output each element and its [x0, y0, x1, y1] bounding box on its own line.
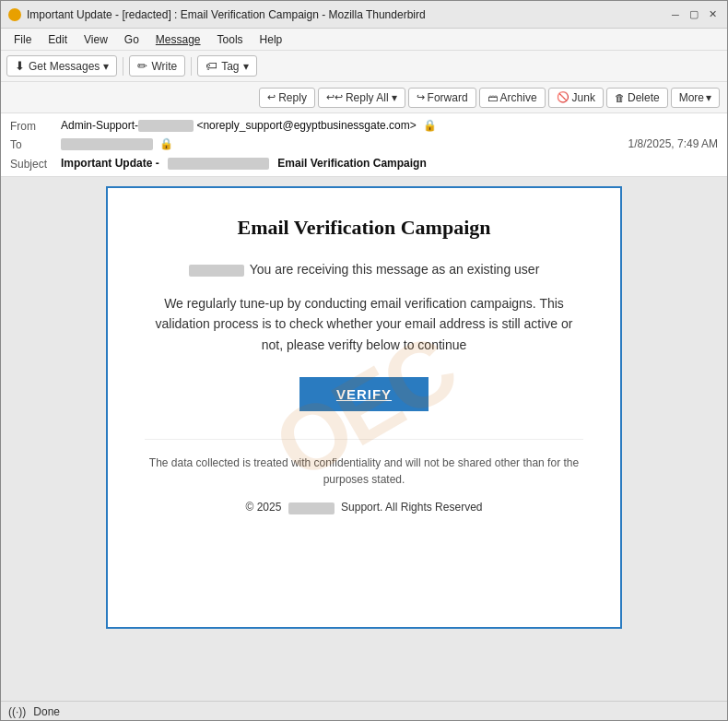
to-label: To [10, 137, 61, 151]
close-button[interactable]: ✕ [705, 7, 720, 22]
email-footer: The data collected is treated with confi… [145, 439, 583, 514]
reply-all-button[interactable]: ↩↩ Reply All ▾ [318, 88, 405, 108]
footer-copyright: © 2025 Support. All Rights Reserved [145, 501, 583, 514]
from-row: From Admin-Support- <noreply_support@egy… [10, 117, 718, 136]
forward-button[interactable]: ↪ Forward [408, 88, 476, 108]
from-redacted [138, 120, 194, 132]
tag-arrow-icon[interactable]: ▾ [243, 60, 249, 73]
maximize-button[interactable]: ▢ [687, 7, 701, 22]
from-display-name: Admin-Support- [61, 119, 138, 132]
to-redacted [61, 138, 153, 150]
get-messages-label: Get Messages [29, 60, 100, 73]
delete-label: Delete [628, 91, 660, 104]
menu-help[interactable]: Help [252, 31, 290, 48]
delete-button[interactable]: 🗑 Delete [606, 88, 668, 108]
subject-row: Subject Important Update - Email Verific… [10, 154, 718, 172]
action-toolbar: ↩ Reply ↩↩ Reply All ▾ ↪ Forward 🗃 Archi… [1, 82, 727, 113]
email-body-paragraph: We regularly tune-up by conducting email… [145, 293, 583, 355]
forward-label: Forward [428, 91, 468, 104]
archive-icon: 🗃 [487, 92, 498, 103]
menu-tools[interactable]: Tools [210, 31, 251, 48]
email-headers: From Admin-Support- <noreply_support@egy… [1, 113, 727, 177]
email-content: OEC Email Verification Campaign You are … [106, 186, 622, 629]
subject-suffix: Email Verification Campaign [277, 157, 426, 170]
status-text: Done [33, 705, 60, 718]
to-row: To 🔒 1/8/2025, 7:49 AM [10, 136, 718, 154]
get-messages-arrow-icon[interactable]: ▾ [103, 60, 109, 73]
reply-icon: ↩ [267, 91, 276, 103]
minimize-button[interactable]: ─ [668, 7, 683, 22]
window-controls: ─ ▢ ✕ [668, 7, 720, 22]
verify-container: VERIFY [145, 377, 583, 411]
reply-all-label: Reply All [346, 91, 389, 104]
write-button[interactable]: ✏ Write [129, 55, 185, 77]
from-value: Admin-Support- <noreply_support@egyptbus… [61, 119, 718, 132]
write-icon: ✏ [137, 59, 147, 73]
more-button[interactable]: More ▾ [671, 88, 720, 108]
main-toolbar: ⬇ Get Messages ▾ ✏ Write 🏷 Tag ▾ [1, 51, 727, 82]
email-greeting: You are receiving this message as an exi… [145, 262, 583, 277]
copyright-redacted [288, 502, 335, 514]
verify-button[interactable]: VERIFY [299, 377, 429, 411]
toolbar-separator-1 [123, 57, 123, 76]
get-messages-icon: ⬇ [15, 59, 25, 73]
reply-button[interactable]: ↩ Reply [259, 88, 315, 108]
tag-icon: 🏷 [205, 59, 217, 73]
more-arrow-icon: ▾ [706, 91, 711, 104]
subject-label: Subject [10, 157, 61, 171]
toolbar-separator-2 [191, 57, 192, 76]
subject-redacted [168, 158, 269, 170]
email-body-area: OEC Email Verification Campaign You are … [1, 177, 727, 701]
email-campaign-title: Email Verification Campaign [145, 216, 583, 240]
window-title: Important Update - [redacted] : Email Ve… [27, 8, 426, 21]
more-label: More [679, 91, 704, 104]
menu-edit[interactable]: Edit [41, 31, 75, 48]
reply-label: Reply [278, 91, 307, 104]
copyright-suffix: Support. All Rights Reserved [341, 501, 482, 514]
forward-icon: ↪ [417, 91, 425, 103]
reply-all-arrow-icon[interactable]: ▾ [392, 91, 397, 104]
subject-value: Important Update - Email Verification Ca… [61, 157, 718, 170]
junk-button[interactable]: 🚫 Junk [548, 88, 604, 108]
status-bar: ((·)) Done [1, 701, 727, 721]
menu-message[interactable]: Message [148, 31, 208, 48]
greeting-redacted [189, 265, 244, 277]
footer-confidentiality-text: The data collected is treated with confi… [145, 455, 583, 488]
reply-all-icon: ↩↩ [326, 91, 343, 103]
copyright-symbol: © 2025 [246, 501, 282, 514]
to-value: 🔒 [61, 137, 628, 150]
tag-button[interactable]: 🏷 Tag ▾ [197, 55, 256, 77]
archive-label: Archive [500, 91, 537, 104]
junk-icon: 🚫 [557, 91, 569, 103]
subject-prefix: Important Update - [61, 157, 159, 170]
delete-icon: 🗑 [615, 92, 625, 103]
junk-label: Junk [572, 91, 595, 104]
tag-label: Tag [221, 60, 239, 73]
email-timestamp: 1/8/2025, 7:49 AM [628, 137, 718, 150]
from-email: <noreply_support@egyptbusinessgate.com> [196, 119, 416, 132]
title-bar: Important Update - [redacted] : Email Ve… [1, 1, 727, 29]
app-icon [8, 8, 21, 21]
title-bar-left: Important Update - [redacted] : Email Ve… [8, 8, 426, 21]
from-label: From [10, 119, 61, 133]
to-security-icon[interactable]: 🔒 [159, 137, 173, 150]
wifi-icon: ((·)) [8, 705, 26, 718]
menu-file[interactable]: File [6, 31, 39, 48]
menu-bar: File Edit View Go Message Tools Help [1, 29, 727, 51]
get-messages-button[interactable]: ⬇ Get Messages ▾ [6, 55, 117, 77]
menu-go[interactable]: Go [117, 31, 147, 48]
write-label: Write [151, 60, 177, 73]
menu-view[interactable]: View [76, 31, 115, 48]
sender-security-icon[interactable]: 🔒 [423, 119, 437, 132]
archive-button[interactable]: 🗃 Archive [479, 88, 546, 108]
greeting-text: You are receiving this message as an exi… [250, 262, 540, 277]
